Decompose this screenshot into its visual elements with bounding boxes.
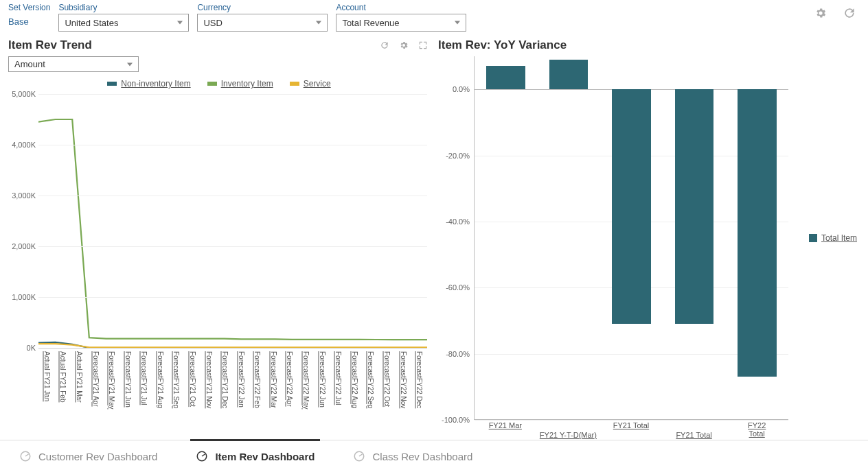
settings-icon[interactable]: [810, 3, 831, 23]
y-tick-label: 5,000K: [12, 90, 36, 98]
set-version-value[interactable]: Base: [8, 14, 50, 27]
bar[interactable]: [738, 89, 777, 377]
x-tick-label[interactable]: FY22 Total: [741, 421, 773, 438]
dashboard-icon: [353, 450, 365, 462]
x-tick-label[interactable]: ForecastFY21 Apr: [91, 351, 99, 407]
subsidiary-label: Subsidiary: [58, 3, 189, 12]
currency-select-value: USD: [203, 18, 222, 28]
legend-label: Inventory Item: [221, 79, 273, 88]
line-chart: 0K1,000K2,000K3,000K4,000K5,000K: [38, 94, 427, 348]
x-tick-label[interactable]: ForecastFY21 May: [108, 351, 115, 409]
x-tick-label[interactable]: FY21 Total: [613, 421, 649, 429]
panel-refresh-icon[interactable]: [378, 38, 391, 52]
account-select-value: Total Revenue: [342, 18, 399, 28]
x-tick-label[interactable]: ForecastFY22 Jan: [237, 351, 244, 408]
bottom-tabs: Customer Rev Dashboard Item Rev Dashboar…: [0, 440, 868, 472]
account-select[interactable]: Total Revenue: [336, 14, 466, 32]
x-tick-label[interactable]: ForecastFY22 May: [302, 351, 310, 409]
set-version-label[interactable]: Set Version: [8, 3, 50, 12]
legend-non-inventory[interactable]: Non-inventory Item: [107, 79, 190, 88]
x-tick-label[interactable]: ForecastFY22 Apr: [286, 351, 293, 407]
account-label: Account: [336, 3, 466, 12]
x-tick-label[interactable]: ForecastFY22 Sep: [367, 351, 374, 408]
bar-legend[interactable]: Total Item: [809, 233, 857, 243]
swatch-icon: [809, 234, 817, 242]
bar[interactable]: [549, 60, 589, 89]
tab-item-rev[interactable]: Item Rev Dashboard: [176, 440, 334, 472]
y-tick-label: 0K: [27, 344, 36, 352]
x-tick-label[interactable]: ForecastFY22 Feb: [253, 351, 261, 408]
x-tick-label[interactable]: Actual FY21 Mar: [75, 351, 82, 402]
filter-bar: Set Version Base Subsidiary United State…: [0, 0, 868, 37]
account-filter: Account Total Revenue: [336, 3, 466, 32]
legend-service[interactable]: Service: [290, 79, 331, 88]
x-tick-label[interactable]: FY21 Mar: [489, 421, 522, 429]
currency-filter: Currency USD: [197, 3, 328, 32]
currency-select[interactable]: USD: [197, 14, 328, 32]
y-tick-label: -40.0%: [446, 217, 470, 226]
swatch-icon: [290, 82, 299, 86]
dashboard-icon: [19, 450, 32, 462]
legend-label: Service: [304, 79, 331, 88]
x-tick-label[interactable]: ForecastFY22 Aug: [350, 351, 358, 408]
y-tick-label: 2,000K: [12, 242, 36, 250]
x-tick-label[interactable]: ForecastFY22 Nov: [399, 351, 407, 408]
x-tick-label[interactable]: Actual FY21 Jan: [43, 351, 50, 401]
x-tick-label[interactable]: Actual FY21 Feb: [59, 351, 67, 402]
y-tick-label: -60.0%: [446, 283, 470, 292]
refresh-icon[interactable]: [839, 3, 860, 23]
legend-label: Non-inventory Item: [121, 79, 190, 88]
subsidiary-select[interactable]: United States: [58, 14, 189, 32]
y-tick-label: 4,000K: [12, 141, 36, 149]
y-tick-label: 3,000K: [12, 191, 36, 200]
item-rev-yoy-panel: Item Rev: YoY Variance 0.0%-20.0%-40.0%-…: [435, 37, 863, 447]
tab-label: Class Rev Dashboard: [372, 451, 472, 462]
right-panel-title: Item Rev: YoY Variance: [438, 38, 567, 52]
x-tick-label[interactable]: ForecastFY21 Dec: [221, 351, 229, 408]
set-version-filter: Set Version Base: [8, 3, 50, 27]
amount-select[interactable]: Amount: [8, 56, 139, 72]
x-tick-label[interactable]: ForecastFY21 Jun: [124, 351, 131, 408]
y-tick-label: 1,000K: [12, 293, 36, 301]
y-tick-label: -20.0%: [446, 152, 470, 160]
tab-label: Item Rev Dashboard: [215, 451, 315, 462]
panel-settings-icon[interactable]: [397, 38, 411, 52]
legend-inventory[interactable]: Inventory Item: [207, 79, 273, 88]
x-tick-label[interactable]: ForecastFY21 Oct: [188, 351, 196, 407]
bar[interactable]: [612, 89, 651, 324]
panel-expand-icon[interactable]: [416, 38, 430, 52]
left-panel-title: Item Rev Trend: [8, 38, 92, 52]
x-tick-label[interactable]: ForecastFY21 Sep: [172, 351, 180, 408]
bar[interactable]: [675, 89, 714, 324]
x-tick-label[interactable]: ForecastFY21 Aug: [156, 351, 163, 408]
dashboard-icon: [196, 450, 208, 462]
tab-customer-rev[interactable]: Customer Rev Dashboard: [0, 440, 176, 472]
x-tick-label[interactable]: ForecastFY22 Oct: [382, 351, 390, 407]
tab-class-rev[interactable]: Class Rev Dashboard: [334, 440, 492, 472]
x-tick-label[interactable]: ForecastFY21 Nov: [205, 351, 212, 408]
x-tick-label[interactable]: ForecastFY22 Jun: [318, 351, 326, 408]
line-chart-legend: Non-inventory Item Inventory Item Servic…: [5, 76, 433, 94]
x-tick-label[interactable]: ForecastFY22 Dec: [415, 351, 423, 408]
swatch-icon: [107, 82, 117, 86]
bar[interactable]: [486, 66, 525, 89]
subsidiary-filter: Subsidiary United States: [58, 3, 189, 32]
bar-legend-label: Total Item: [821, 233, 857, 243]
item-rev-trend-panel: Item Rev Trend Amount Non-inventory Item…: [5, 37, 433, 447]
line-series[interactable]: [38, 119, 427, 340]
line-series[interactable]: [38, 344, 427, 347]
x-tick-label[interactable]: FY21 Total: [676, 431, 711, 439]
amount-select-value: Amount: [14, 59, 45, 69]
x-tick-label[interactable]: ForecastFY21 Jul: [140, 351, 148, 405]
y-tick-label: -100.0%: [442, 416, 470, 424]
x-tick-label[interactable]: ForecastFY22 Mar: [269, 351, 277, 408]
x-tick-label[interactable]: ForecastFY22 Jul: [334, 351, 342, 405]
swatch-icon: [207, 82, 217, 86]
tab-label: Customer Rev Dashboard: [38, 451, 157, 462]
x-tick-label[interactable]: FY21 Y-T-D(Mar): [540, 431, 597, 439]
currency-label: Currency: [197, 3, 328, 12]
bar-chart: 0.0%-20.0%-40.0%-60.0%-80.0%-100.0% Tota…: [474, 56, 788, 420]
line-x-axis: Actual FY21 JanActual FY21 FebActual FY2…: [38, 348, 427, 416]
y-tick-label: 0.0%: [453, 85, 470, 93]
y-tick-label: -80.0%: [446, 350, 470, 358]
